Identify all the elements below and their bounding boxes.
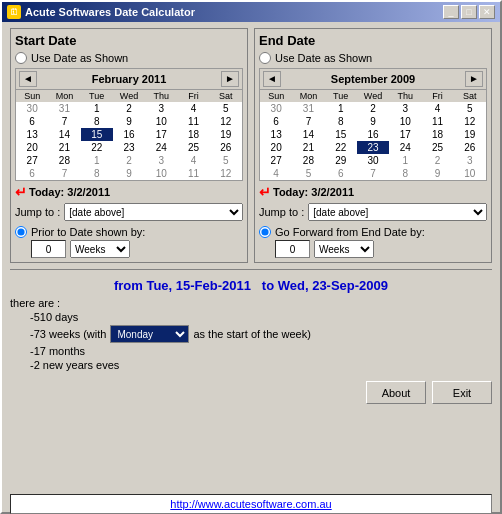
list-item[interactable]: 17 [145,128,177,141]
list-item[interactable]: 5 [210,154,242,167]
list-item[interactable]: 7 [48,167,80,180]
list-item[interactable]: 1 [81,102,113,115]
list-item[interactable]: 4 [260,167,292,180]
start-prior-unit[interactable]: Days Weeks Months Years [70,240,130,258]
start-prior-num[interactable] [31,240,66,258]
list-item[interactable]: 7 [48,115,80,128]
list-item[interactable]: 23 [113,141,145,154]
list-item[interactable]: 1 [389,154,421,167]
list-item[interactable]: 11 [177,167,209,180]
end-forward-unit[interactable]: Days Weeks Months Years [314,240,374,258]
list-item[interactable]: 21 [292,141,324,154]
list-item[interactable]: 15 [81,128,113,141]
list-item[interactable]: 8 [389,167,421,180]
list-item[interactable]: 6 [16,167,48,180]
list-item[interactable]: 18 [421,128,453,141]
list-item[interactable]: 13 [16,128,48,141]
maximize-button[interactable]: □ [461,5,477,19]
list-item[interactable]: 8 [81,115,113,128]
list-item[interactable]: 30 [260,102,292,115]
list-item[interactable]: 16 [113,128,145,141]
list-item[interactable]: 6 [16,115,48,128]
list-item[interactable]: 2 [357,102,389,115]
list-item[interactable]: 9 [421,167,453,180]
end-jump-select[interactable]: [date above] Today Start of Year End of … [308,203,487,221]
list-item[interactable]: 4 [177,154,209,167]
list-item[interactable]: 7 [357,167,389,180]
list-item[interactable]: 3 [389,102,421,115]
end-prev-btn[interactable]: ◄ [263,71,281,87]
list-item[interactable]: 9 [357,115,389,128]
list-item[interactable]: 14 [48,128,80,141]
list-item[interactable]: 23 [357,141,389,154]
list-item[interactable]: 4 [421,102,453,115]
list-item[interactable]: 10 [145,167,177,180]
list-item[interactable]: 17 [389,128,421,141]
close-button[interactable]: ✕ [479,5,495,19]
list-item[interactable]: 20 [260,141,292,154]
status-url[interactable]: http://www.acutesoftware.com.au [170,498,331,510]
list-item[interactable]: 15 [325,128,357,141]
list-item[interactable]: 7 [292,115,324,128]
list-item[interactable]: 13 [260,128,292,141]
list-item[interactable]: 26 [454,141,486,154]
list-item[interactable]: 12 [454,115,486,128]
list-item[interactable]: 14 [292,128,324,141]
list-item[interactable]: 8 [325,115,357,128]
list-item[interactable]: 6 [325,167,357,180]
list-item[interactable]: 3 [145,102,177,115]
list-item[interactable]: 27 [16,154,48,167]
list-item[interactable]: 10 [389,115,421,128]
list-item[interactable]: 6 [260,115,292,128]
list-item[interactable]: 11 [177,115,209,128]
list-item[interactable]: 22 [325,141,357,154]
list-item[interactable]: 1 [325,102,357,115]
list-item[interactable]: 28 [292,154,324,167]
start-use-date-radio[interactable] [15,52,27,64]
list-item[interactable]: 3 [454,154,486,167]
list-item[interactable]: 9 [113,167,145,180]
end-forward-radio[interactable] [259,226,271,238]
list-item[interactable]: 4 [177,102,209,115]
start-next-btn[interactable]: ► [221,71,239,87]
list-item[interactable]: 10 [454,167,486,180]
list-item[interactable]: 21 [48,141,80,154]
list-item[interactable]: 31 [48,102,80,115]
list-item[interactable]: 5 [292,167,324,180]
start-prev-btn[interactable]: ◄ [19,71,37,87]
list-item[interactable]: 2 [113,154,145,167]
list-item[interactable]: 5 [454,102,486,115]
list-item[interactable]: 2 [421,154,453,167]
list-item[interactable]: 30 [16,102,48,115]
list-item[interactable]: 26 [210,141,242,154]
list-item[interactable]: 29 [325,154,357,167]
list-item[interactable]: 1 [81,154,113,167]
end-use-date-radio[interactable] [259,52,271,64]
list-item[interactable]: 10 [145,115,177,128]
list-item[interactable]: 25 [421,141,453,154]
list-item[interactable]: 3 [145,154,177,167]
list-item[interactable]: 31 [292,102,324,115]
list-item[interactable]: 9 [113,115,145,128]
list-item[interactable]: 12 [210,167,242,180]
list-item[interactable]: 25 [177,141,209,154]
about-button[interactable]: About [366,381,426,404]
end-forward-num[interactable] [275,240,310,258]
list-item[interactable]: 24 [145,141,177,154]
list-item[interactable]: 8 [81,167,113,180]
list-item[interactable]: 28 [48,154,80,167]
end-next-btn[interactable]: ► [465,71,483,87]
list-item[interactable]: 2 [113,102,145,115]
minimize-button[interactable]: _ [443,5,459,19]
exit-button[interactable]: Exit [432,381,492,404]
list-item[interactable]: 5 [210,102,242,115]
result-weekday-select[interactable]: Monday Sunday Saturday Friday Thursday W… [110,325,189,343]
list-item[interactable]: 20 [16,141,48,154]
list-item[interactable]: 27 [260,154,292,167]
list-item[interactable]: 11 [421,115,453,128]
start-jump-select[interactable]: [date above] Today Start of Year End of … [64,203,243,221]
list-item[interactable]: 16 [357,128,389,141]
list-item[interactable]: 19 [210,128,242,141]
list-item[interactable]: 18 [177,128,209,141]
list-item[interactable]: 30 [357,154,389,167]
